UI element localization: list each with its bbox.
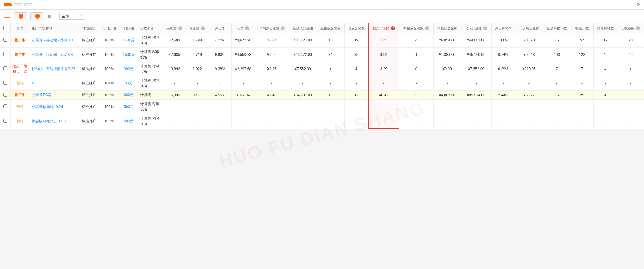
table-cell: 标准推广	[79, 62, 99, 76]
table-cell: ¥1.40	[255, 91, 289, 100]
table-cell: 100%	[99, 62, 119, 76]
total-amount-hint-icon[interactable]: ?	[483, 26, 487, 30]
table-cell: -	[543, 76, 571, 91]
header-views[interactable]: 展现量 ?	[163, 23, 186, 33]
table-cell: -	[231, 76, 255, 91]
table-cell: ¥210.95	[515, 62, 543, 76]
header-total-count[interactable]: 总成交笔数	[344, 23, 368, 33]
header-cpm[interactable]: 千次展现花费	[515, 23, 543, 33]
table-cell: 123	[571, 48, 594, 62]
table-cell: 计算机 移动设备	[138, 48, 163, 62]
table-cell: -	[186, 114, 209, 128]
table-cell: 25	[571, 91, 594, 100]
views-hint-icon[interactable]: ?	[178, 26, 182, 30]
data-table: 状态 推广计划名称 计划类型 分时折扣 日限额 投放平台 展现量 ? 点击量 ?…	[0, 23, 644, 129]
limit-value: 30元	[125, 81, 133, 85]
table-cell: 达到日限额，下线	[11, 62, 30, 76]
indirect-count-hint-icon[interactable]: ?	[425, 26, 429, 30]
header-total-collect[interactable]: 总收藏数 ?	[617, 23, 644, 33]
cost-hint-icon[interactable]: ?	[245, 26, 249, 30]
table-cell: 34	[317, 48, 344, 62]
table-cell: -	[543, 100, 571, 114]
header-avg-cpc[interactable]: 平均点击花费 ?	[255, 23, 289, 33]
header-ctr[interactable]: 点击率	[209, 23, 231, 33]
header-fav-shop[interactable]: 收藏店铺数	[593, 23, 617, 33]
total-collect-hint-icon[interactable]: ?	[636, 26, 640, 30]
new-plan-button[interactable]	[4, 3, 12, 6]
row-checkbox[interactable]	[3, 104, 7, 108]
header-cost[interactable]: 花费 ?	[231, 23, 255, 33]
manage-button[interactable]	[14, 3, 22, 6]
plan-name-link[interactable]: H8	[32, 81, 36, 85]
table-cell: 计算机 移动设备	[138, 114, 163, 128]
table-header-row: 状态 推广计划名称 计划类型 分时折扣 日限额 投放平台 展现量 ? 点击量 ?…	[0, 23, 644, 33]
status-cell: 推广中	[15, 52, 26, 57]
table-cell: 15	[317, 33, 344, 48]
plan-name-link[interactable]: 小黑哥 - 移动端 - 爆款3.3	[32, 38, 73, 42]
multi-function-button[interactable]	[24, 3, 32, 6]
plan-name-link[interactable]: 移动端 - 智能运动手表3.23	[32, 67, 75, 71]
settings-icon[interactable]: ⚙	[636, 2, 640, 8]
table-cell: 移动端 - 智能运动手表3.23	[30, 62, 79, 76]
clicks-hint-icon[interactable]: ?	[201, 26, 205, 30]
table-cell: 4	[399, 33, 433, 48]
table-cell: -	[593, 114, 617, 128]
header-clicks[interactable]: 点击量 ?	[186, 23, 209, 33]
header-cart[interactable]: 直接购物车数	[543, 23, 571, 33]
filter-select[interactable]: 全部	[59, 13, 84, 20]
header-roi[interactable]: 投入产出比 ?	[368, 23, 399, 33]
row-checkbox[interactable]	[3, 38, 7, 42]
table-cell: 4	[344, 62, 368, 76]
table-cell: 0	[399, 62, 433, 76]
table-cell: -	[368, 76, 399, 91]
row-checkbox[interactable]	[3, 93, 7, 97]
tab-mobile[interactable]	[30, 12, 43, 20]
table-cell: -	[593, 100, 617, 114]
table-cell: 19	[344, 33, 368, 48]
table-cell: -	[209, 76, 231, 91]
table-cell: 4.55%	[209, 91, 231, 100]
table-cell	[0, 62, 11, 76]
table-row: 暂停小黑哥移动端10.24标准推广100%500元计算机 移动设备-------…	[0, 100, 644, 114]
table-cell: -	[186, 100, 209, 114]
header-conv-rate[interactable]: 点击转化率	[491, 23, 515, 33]
table-row: 推广中小黑哥 - 移动端 - 新品3.3标准推广100%1500元计算机 移动设…	[0, 48, 644, 62]
table-cell: 1.06%	[491, 33, 515, 48]
header-checkbox[interactable]	[0, 23, 11, 33]
table-cell: ¥37,227.00	[289, 33, 317, 48]
status-cell: 暂停	[16, 119, 24, 123]
top-bar: ⚙	[0, 0, 644, 10]
avg-cpc-hint-icon[interactable]: ?	[281, 26, 285, 30]
plan-name-link[interactable]: 小黑哥 - 移动端 - 新品3.3	[32, 52, 73, 57]
table-cell: -	[461, 114, 491, 128]
tab-summary[interactable]	[4, 15, 10, 18]
roi-hint-icon[interactable]: ?	[391, 26, 395, 30]
limit-value: 600元	[124, 93, 134, 97]
table-cell: -	[289, 100, 317, 114]
header-fav[interactable]: 收藏贝数	[571, 23, 594, 33]
table-cell: -	[344, 100, 368, 114]
table-cell: 4	[317, 62, 344, 76]
table-cell: -	[289, 76, 317, 91]
plan-name-link[interactable]: 青春版M2移动 - 11.8	[32, 119, 66, 123]
select-all-checkbox[interactable]	[3, 26, 7, 30]
header-total-amount[interactable]: 总成交金额 ?	[461, 23, 491, 33]
tab-computer[interactable]	[14, 12, 27, 20]
table-cell: ¥3,672.28	[231, 33, 255, 48]
table-cell: -	[231, 114, 255, 128]
limit-value: 300元	[124, 67, 134, 71]
row-checkbox[interactable]	[3, 52, 7, 56]
table-cell: 标准推广	[79, 114, 99, 128]
plan-name-link[interactable]: 小黑哥PC端	[32, 93, 52, 97]
table-row: 暂停H8标准推广107%30元计算机 移动设备-----------------…	[0, 76, 644, 91]
header-indirect-count[interactable]: 间接成交笔数 ?	[399, 23, 433, 33]
table-cell: ¥45,160.00	[461, 48, 491, 62]
plan-name-link[interactable]: 小黑哥移动端10.24	[32, 105, 63, 109]
table-cell: 9.92	[368, 48, 399, 62]
row-checkbox[interactable]	[3, 66, 7, 70]
row-checkbox[interactable]	[3, 119, 7, 123]
row-checkbox[interactable]	[3, 81, 7, 85]
header-direct-amount[interactable]: 直接成交金额	[289, 23, 317, 33]
header-direct-count[interactable]: 直接成交笔数	[317, 23, 344, 33]
header-indirect-amount[interactable]: 间接成交金额	[433, 23, 461, 33]
